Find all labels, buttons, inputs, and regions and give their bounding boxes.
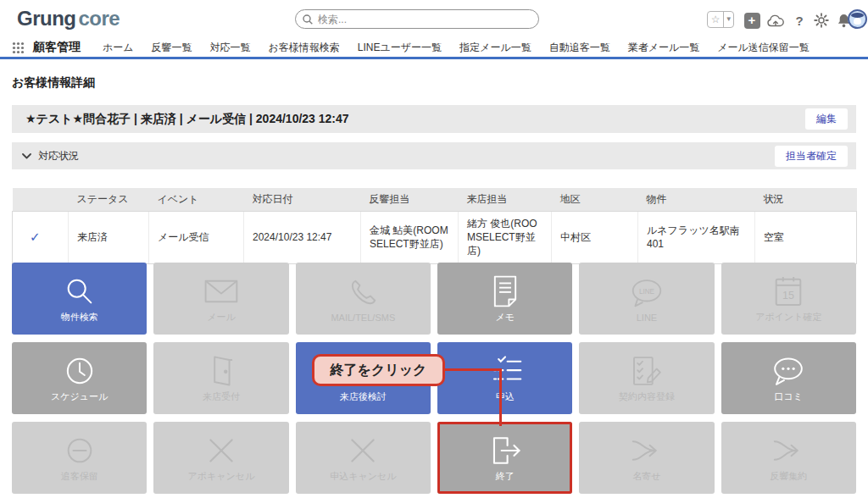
clock-icon <box>63 353 97 389</box>
annotation-connector-horizontal <box>441 368 502 371</box>
confirm-staff-button[interactable]: 担当者確定 <box>775 146 848 167</box>
cell-inquiry-staff: 金城 鮎美(ROOMSELECT野並店) <box>361 212 459 264</box>
mail-icon <box>203 274 239 309</box>
merge-arrow-icon <box>630 433 664 468</box>
cell-condition: 空室 <box>755 212 857 264</box>
response-status-table: ステータス イベント 対応日付 反響担当 来店担当 地区 物件 状況 ✓ 来店済… <box>12 188 857 264</box>
nav-item-designated-mail[interactable]: 指定メール一覧 <box>459 41 531 55</box>
line-bubble-text: LINE <box>639 287 655 295</box>
search-icon <box>303 14 313 25</box>
comment-dots-icon <box>770 353 807 389</box>
merge-arrow-icon <box>771 433 805 468</box>
header-event: イベント <box>149 188 244 212</box>
cell-date: 2024/10/23 12:47 <box>244 212 361 264</box>
nav-item-mail-hold-list[interactable]: メール送信保留一覧 <box>717 41 810 55</box>
cell-property: ルネフラッツ名駅南 401 <box>638 212 755 264</box>
tile-review[interactable]: 口コミ <box>721 342 856 414</box>
checklist-icon <box>488 353 522 389</box>
user-avatar[interactable] <box>848 9 867 29</box>
page-title: お客様情報詳細 <box>12 75 95 91</box>
nav-item-auto-followup[interactable]: 自動追客一覧 <box>549 41 610 55</box>
top-bar: Grungcore ☆ ▼ + ? <box>0 0 868 38</box>
memo-icon <box>490 274 520 309</box>
table-row[interactable]: ✓ 来店済 メール受信 2024/10/23 12:47 金城 鮎美(ROOMS… <box>13 212 857 264</box>
header-district: 地区 <box>552 188 638 212</box>
phone-icon <box>347 275 379 311</box>
tile-memo[interactable]: メモ <box>437 263 572 335</box>
header-property: 物件 <box>638 188 755 212</box>
header-inquiry-staff: 反響担当 <box>361 188 459 212</box>
tile-line: LINE LINE <box>579 263 714 335</box>
x-icon <box>348 433 378 468</box>
add-button[interactable]: + <box>743 11 761 30</box>
exit-door-icon <box>488 433 522 468</box>
tile-mail-tel-sms: MAIL/TEL/SMS <box>296 263 431 335</box>
tile-name-merge: 名寄せ <box>579 422 714 494</box>
nav-item-line-users[interactable]: LINEユーザー一覧 <box>358 41 442 55</box>
nav-item-home[interactable]: ホーム <box>103 41 134 55</box>
cell-status: 来店済 <box>69 212 149 264</box>
header-condition: 状況 <box>755 188 857 212</box>
annotation-tooltip: 終了をクリック <box>312 354 445 386</box>
tile-inquiry-consolidation: 反響集約 <box>721 422 856 494</box>
favorites-dropdown-icon[interactable]: ▼ <box>723 12 733 27</box>
calendar-icon: 15 <box>774 274 803 309</box>
minus-circle-icon <box>63 433 97 468</box>
header-checkbox-col <box>13 188 69 212</box>
tile-application-cancel: 申込キャンセル <box>296 422 431 494</box>
favorite-star-icon[interactable]: ☆ <box>708 12 723 27</box>
tile-followup-hold: 追客保留 <box>12 422 147 494</box>
app-launcher-waffle-icon[interactable] <box>12 42 25 54</box>
nav-bar: 顧客管理 ホーム 反響一覧 対応一覧 お客様情報検索 LINEユーザー一覧 指定… <box>0 38 868 59</box>
tile-property-search[interactable]: 物件検索 <box>12 263 147 335</box>
tile-mail: メール <box>153 263 288 335</box>
x-icon <box>206 433 236 468</box>
nav-item-response-list[interactable]: 対応一覧 <box>210 41 251 55</box>
nav-item-vendor-mail[interactable]: 業者メール一覧 <box>628 41 700 55</box>
header-status: ステータス <box>69 188 149 212</box>
contract-pencil-icon <box>630 353 664 389</box>
nav-app-name[interactable]: 顧客管理 <box>33 40 81 55</box>
cell-district: 中村区 <box>552 212 638 264</box>
settings-gear-icon[interactable] <box>812 11 831 30</box>
tile-schedule[interactable]: スケジュール <box>12 342 147 414</box>
cell-event: メール受信 <box>149 212 244 264</box>
favorites-control[interactable]: ☆ ▼ <box>707 11 734 28</box>
nav-item-customer-search[interactable]: お客様情報検索 <box>269 41 340 55</box>
cell-visit-staff: 緒方 俊也(ROOMSELECT野並店) <box>459 212 552 264</box>
section-title: 対応状況 <box>38 149 79 163</box>
header-date: 対応日付 <box>244 188 361 212</box>
cloud-icon[interactable] <box>766 11 785 30</box>
customer-summary-bar: ★テスト★問合花子 | 来店済 | メール受信 | 2024/10/23 12:… <box>12 105 856 133</box>
row-checkmark[interactable]: ✓ <box>30 230 41 244</box>
tile-visit-reception: 来店受付 <box>153 342 288 414</box>
tile-appointment-cancel: アポキャンセル <box>153 422 288 494</box>
customer-summary-text: ★テスト★問合花子 | 来店済 | メール受信 | 2024/10/23 12:… <box>25 112 349 127</box>
chevron-down-icon[interactable] <box>22 153 31 159</box>
app-window: Grungcore ☆ ▼ + ? 顧客管理 ホーム 反響一覧 対応一覧 お <box>0 0 868 498</box>
tile-contract-registration: 契約内容登録 <box>579 342 714 414</box>
logo-text-core: core <box>79 7 120 30</box>
annotation-connector-vertical <box>499 368 502 426</box>
search-input[interactable] <box>318 14 531 25</box>
line-bubble-icon: LINE <box>627 275 666 311</box>
app-logo: Grungcore <box>17 7 120 30</box>
tile-finish[interactable]: 終了 <box>437 422 572 494</box>
tile-appointment-confirm: 15 アポイント確定 <box>721 263 856 335</box>
response-status-section-header[interactable]: 対応状況 担当者確定 <box>12 142 856 169</box>
table-header-row: ステータス イベント 対応日付 反響担当 来店担当 地区 物件 状況 <box>13 188 857 212</box>
door-icon <box>209 353 234 389</box>
help-icon[interactable]: ? <box>790 11 809 30</box>
calendar-day-text: 15 <box>782 290 794 302</box>
tile-application[interactable]: 申込 <box>437 342 572 414</box>
plus-icon: + <box>744 13 760 29</box>
search-icon <box>63 274 97 309</box>
header-visit-staff: 来店担当 <box>459 188 552 212</box>
logo-text-grung: Grung <box>17 7 76 30</box>
nav-item-inquiry-list[interactable]: 反響一覧 <box>152 41 192 55</box>
edit-button[interactable]: 編集 <box>805 108 848 130</box>
global-search[interactable] <box>295 9 539 29</box>
